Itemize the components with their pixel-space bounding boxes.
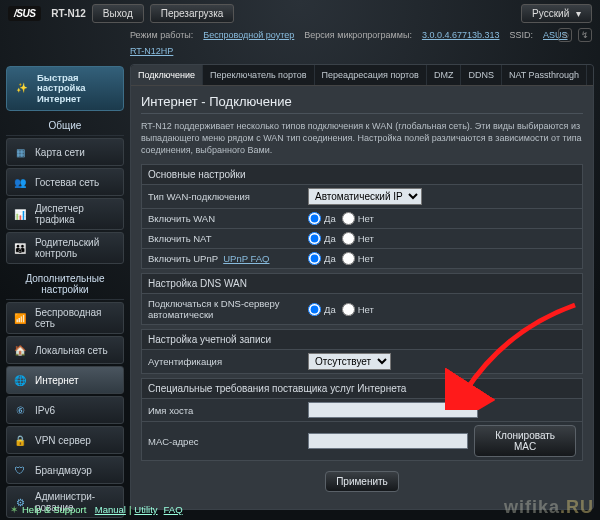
logout-button[interactable]: Выход xyxy=(92,4,144,23)
auth-label: Аутентификация xyxy=(142,352,302,371)
sidebar-item-lan[interactable]: 🏠Локальная сеть xyxy=(6,336,124,364)
sidebar-item-wireless[interactable]: 📶Беспроводная сеть xyxy=(6,302,124,334)
gauge-icon: 📊 xyxy=(11,205,29,223)
sidebar-item-label: Брандмауэр xyxy=(35,465,92,476)
language-value: Русский xyxy=(532,8,569,19)
model-label: RT-N12 xyxy=(51,8,85,19)
no-label: Нет xyxy=(358,213,374,224)
sidebar-item-label: Гостевая сеть xyxy=(35,177,99,188)
fw-value-link[interactable]: 3.0.0.4.67713b.313 xyxy=(422,30,500,40)
dns-auto-yes[interactable] xyxy=(308,303,321,316)
tab-bar: Подключение Переключатель портов Переадр… xyxy=(131,65,593,86)
enable-upnp-yes[interactable] xyxy=(308,252,321,265)
watermark: wifika.RU xyxy=(504,497,594,518)
dns-auto-no[interactable] xyxy=(342,303,355,316)
mac-label: MAC-адрес xyxy=(142,432,302,451)
sidebar-item-firewall[interactable]: 🛡Брандмауэр xyxy=(6,456,124,484)
ssid-label: SSID: xyxy=(509,30,533,40)
group-basic: Основные настройки xyxy=(141,164,583,185)
page-title: Интернет - Подключение xyxy=(141,94,583,109)
apply-button[interactable]: Применить xyxy=(325,471,399,492)
mac-input[interactable] xyxy=(308,433,468,449)
mode-label: Режим работы: xyxy=(130,30,193,40)
tab-ddns[interactable]: DDNS xyxy=(461,65,502,85)
enable-upnp-no[interactable] xyxy=(342,252,355,265)
parental-icon: 👪 xyxy=(11,239,29,257)
sidebar-item-label: Родительский контроль xyxy=(35,237,119,259)
help-icon: ✶ xyxy=(10,504,18,515)
qis-button[interactable]: ✨ Быстрая настройка Интернет xyxy=(6,66,124,111)
tab-port-forward[interactable]: Переадресация портов xyxy=(315,65,427,85)
sidebar-item-parental[interactable]: 👪Родительский контроль xyxy=(6,232,124,264)
device-link[interactable]: RT-N12HP xyxy=(130,46,173,56)
auth-select[interactable]: Отсутствует xyxy=(308,353,391,370)
enable-upnp-label: Включить UPnP UPnP FAQ xyxy=(142,249,302,268)
yes-label: Да xyxy=(324,213,336,224)
enable-wan-yes[interactable] xyxy=(308,212,321,225)
sidebar-item-guest[interactable]: 👥Гостевая сеть xyxy=(6,168,124,196)
sidebar-item-label: Интернет xyxy=(35,375,79,386)
dns-auto-label: Подключаться к DNS-серверу автоматически xyxy=(142,294,302,324)
manual-link[interactable]: Manual xyxy=(95,504,126,515)
status-icon-2[interactable]: ↯ xyxy=(578,28,592,42)
chevron-down-icon: ▾ xyxy=(576,8,581,19)
sidebar-item-vpn[interactable]: 🔒VPN сервер xyxy=(6,426,124,454)
language-dropdown[interactable]: Русский ▾ xyxy=(521,4,592,23)
qis-label: Быстрая настройка Интернет xyxy=(37,73,117,104)
sidebar-item-netmap[interactable]: ▦Карта сети xyxy=(6,138,124,166)
vpn-icon: 🔒 xyxy=(11,431,29,449)
sidebar-item-internet[interactable]: 🌐Интернет xyxy=(6,366,124,394)
sidebar-item-label: IPv6 xyxy=(35,405,55,416)
group-dns: Настройка DNS WAN xyxy=(141,273,583,294)
sidebar-item-traffic[interactable]: 📊Диспетчер трафика xyxy=(6,198,124,230)
sidebar-item-label: Карта сети xyxy=(35,147,85,158)
wan-type-label: Тип WAN-подключения xyxy=(142,187,302,206)
main-panel: Подключение Переключатель портов Переадр… xyxy=(130,64,594,510)
section-addl: Дополнительные настройки xyxy=(6,269,124,300)
faq-link[interactable]: FAQ xyxy=(164,504,183,515)
brand-logo: /SUS xyxy=(8,6,41,21)
enable-wan-no[interactable] xyxy=(342,212,355,225)
firewall-icon: 🛡 xyxy=(11,461,29,479)
host-input[interactable] xyxy=(308,402,478,418)
no-label: Нет xyxy=(358,304,374,315)
sidebar-item-label: Беспроводная сеть xyxy=(35,307,119,329)
enable-wan-label: Включить WAN xyxy=(142,209,302,228)
status-icon-1[interactable]: ⎋ xyxy=(558,28,572,42)
no-label: Нет xyxy=(358,253,374,264)
wifi-icon: 📶 xyxy=(11,309,29,327)
clone-mac-button[interactable]: Клонировать MAC xyxy=(474,425,576,457)
sidebar-item-label: Локальная сеть xyxy=(35,345,108,356)
sidebar-item-ipv6[interactable]: ⑥IPv6 xyxy=(6,396,124,424)
home-icon: 🏠 xyxy=(11,341,29,359)
group-isp: Специальные требования поставщика услуг … xyxy=(141,378,583,399)
guest-icon: 👥 xyxy=(11,173,29,191)
tab-nat[interactable]: NAT Passthrough xyxy=(502,65,587,85)
wan-type-select[interactable]: Автоматический IP xyxy=(308,188,422,205)
sidebar-item-label: VPN сервер xyxy=(35,435,91,446)
page-description: RT-N12 поддерживает несколько типов подк… xyxy=(141,120,583,156)
ipv6-icon: ⑥ xyxy=(11,401,29,419)
sidebar-item-label: Диспетчер трафика xyxy=(35,203,119,225)
yes-label: Да xyxy=(324,233,336,244)
upnp-faq-link[interactable]: UPnP FAQ xyxy=(223,253,269,264)
tab-port-trigger[interactable]: Переключатель портов xyxy=(203,65,315,85)
group-account: Настройка учетной записи xyxy=(141,329,583,350)
tab-connection[interactable]: Подключение xyxy=(131,65,203,85)
host-label: Имя хоста xyxy=(142,401,302,420)
utility-link[interactable]: Utility xyxy=(134,504,157,515)
help-label: Help & Support xyxy=(22,504,86,515)
netmap-icon: ▦ xyxy=(11,143,29,161)
yes-label: Да xyxy=(324,253,336,264)
wand-icon: ✨ xyxy=(13,80,31,98)
yes-label: Да xyxy=(324,304,336,315)
globe-icon: 🌐 xyxy=(11,371,29,389)
no-label: Нет xyxy=(358,233,374,244)
tab-dmz[interactable]: DMZ xyxy=(427,65,462,85)
section-general: Общие xyxy=(6,116,124,136)
reboot-button[interactable]: Перезагрузка xyxy=(150,4,235,23)
mode-value-link[interactable]: Беспроводной роутер xyxy=(203,30,294,40)
enable-nat-yes[interactable] xyxy=(308,232,321,245)
fw-label: Версия микропрограммы: xyxy=(304,30,412,40)
enable-nat-no[interactable] xyxy=(342,232,355,245)
